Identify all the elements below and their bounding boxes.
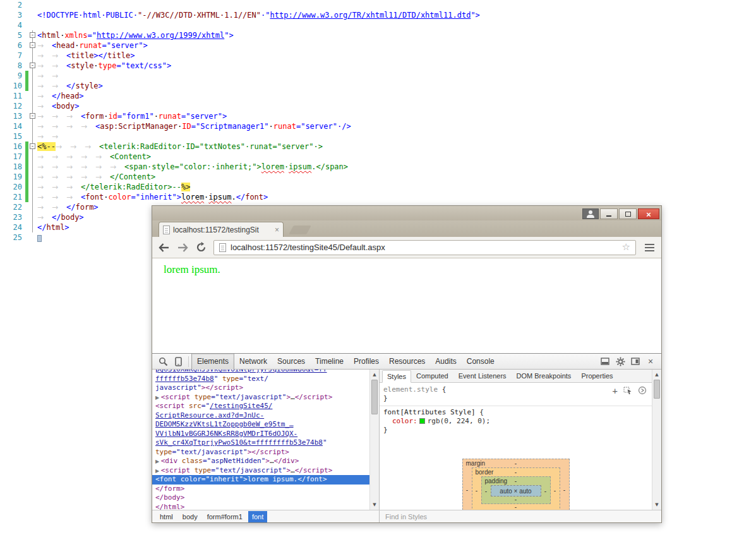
collapse-box-icon[interactable] — [30, 32, 35, 38]
code-line[interactable]: 12<body> — [0, 101, 756, 111]
tree-row[interactable]: ▶ <div class="aspNetHidden">…</div> — [152, 457, 369, 466]
box-model-border[interactable]: border- - padding- - — [472, 467, 560, 510]
tree-row[interactable]: <script src="/testingSite45/ — [152, 402, 369, 411]
style-selector[interactable]: element.style — [383, 385, 438, 394]
tree-row[interactable]: </html> — [152, 503, 369, 510]
code-line[interactable]: 5<html·xmlns="http://www.w3.org/1999/xht… — [0, 30, 756, 40]
browser-tab[interactable]: localhost:11572/testingSit — [159, 222, 284, 237]
tree-row[interactable]: <font color="inherit">lorem ipsum.</font… — [152, 475, 369, 485]
new-tab-button[interactable] — [289, 226, 311, 234]
code-line[interactable]: 7<title></title> — [0, 51, 756, 61]
back-button[interactable] — [158, 243, 170, 253]
minimize-button[interactable] — [600, 208, 618, 219]
style-options-icon[interactable] — [638, 386, 647, 397]
tree-row[interactable]: VVjlbN1vBGGRJ6NKsRR8gVMDrIT6dOJQX- — [152, 430, 369, 439]
sidebar-tab-dom-breakpoints[interactable]: DOM Breakpoints — [512, 370, 577, 382]
code-line[interactable]: 11</head> — [0, 91, 756, 101]
breadcrumb-item-html[interactable]: html — [156, 511, 177, 522]
collapse-box-icon[interactable] — [30, 42, 35, 48]
code-line[interactable]: 4 — [0, 20, 756, 30]
code-line[interactable]: 6<head·runat="server"> — [0, 40, 756, 51]
tab-close-icon[interactable] — [275, 226, 279, 234]
code-line[interactable]: 21<font·color="inherit">lorem·ipsum.</fo… — [0, 192, 756, 202]
box-model-content[interactable]: auto × auto — [491, 485, 541, 497]
code-line[interactable]: 19</Content> — [0, 172, 756, 182]
tree-row[interactable]: sVk_cr4XqTtprjyPwoS10&t=ffffffffb53e74b8… — [152, 438, 369, 448]
sidebar-tab-event-listeners[interactable]: Event Listeners — [453, 370, 512, 382]
code-line[interactable]: 20</telerik:RadEditor>--%> — [0, 182, 756, 192]
devtools-tab-elements[interactable]: Elements — [191, 354, 234, 370]
sidebar-tab-computed[interactable]: Computed — [411, 370, 453, 382]
breadcrumb-item-formform1[interactable]: form#form1 — [203, 511, 246, 522]
scroll-up-icon[interactable] — [652, 370, 661, 379]
collapse-box-icon[interactable] — [30, 143, 35, 149]
reload-button[interactable] — [196, 242, 207, 253]
devtools-tab-timeline[interactable]: Timeline — [310, 354, 349, 370]
tree-row[interactable]: </body> — [152, 493, 369, 503]
css-property-value[interactable]: rgb(0, 224, 0); — [428, 417, 490, 425]
tree-row[interactable]: pQoS10XWKQhJsVkQmVOiNtprjyFJqiOUmW80&t=f… — [152, 370, 369, 375]
menu-button[interactable] — [643, 243, 656, 253]
find-in-styles[interactable]: Find in Styles — [380, 510, 661, 522]
code-line[interactable]: 18<span·style="color:·inherit;">lorem·ip… — [0, 162, 756, 172]
rule-selector-row[interactable]: font[Attributes Style] { — [383, 408, 648, 417]
scrollbar-thumb[interactable] — [371, 380, 378, 414]
code-line[interactable]: 3<!DOCTYPE·html·PUBLIC·"-//W3C//DTD·XHTM… — [0, 10, 756, 20]
css-property-name[interactable]: color: — [392, 417, 417, 425]
code-line[interactable]: 10</style> — [0, 81, 756, 91]
code-line[interactable]: 17<Content> — [0, 152, 756, 162]
rule-selector[interactable]: font[Attributes Style] — [383, 408, 476, 416]
scroll-down-icon[interactable] — [652, 500, 661, 509]
scroll-down-icon[interactable] — [370, 500, 379, 509]
scroll-up-icon[interactable] — [370, 370, 379, 379]
breadcrumb-item-font[interactable]: font — [248, 511, 267, 522]
sidebar-tab-properties[interactable]: Properties — [576, 370, 618, 382]
code-line[interactable]: 15 — [0, 131, 756, 142]
box-model-padding[interactable]: padding- - auto × auto - - — [481, 476, 551, 504]
tree-row[interactable]: </form> — [152, 485, 369, 494]
element-state-icon[interactable] — [623, 387, 632, 397]
device-mode-button[interactable] — [171, 354, 186, 368]
styles-scrollbar[interactable] — [652, 370, 661, 510]
close-button[interactable] — [638, 208, 659, 219]
devtools-tab-sources[interactable]: Sources — [272, 354, 310, 370]
tree-row[interactable]: ffffffb53e74b8" type="text/ — [152, 375, 369, 384]
devtools-close-button[interactable] — [643, 354, 658, 368]
css-property-row[interactable]: color:rgb(0, 224, 0); — [383, 417, 648, 426]
tree-row[interactable]: javascript"></script> — [152, 383, 369, 393]
inspect-element-button[interactable] — [155, 354, 171, 368]
devtools-tab-network[interactable]: Network — [234, 354, 272, 370]
devtools-tab-console[interactable]: Console — [462, 354, 500, 370]
code-line[interactable]: 8<style·type="text/css"> — [0, 61, 756, 71]
profile-button[interactable] — [582, 208, 599, 219]
settings-button[interactable] — [613, 354, 628, 368]
devtools-tab-resources[interactable]: Resources — [384, 354, 430, 370]
box-model-margin[interactable]: margin- - border- - — [462, 459, 570, 510]
devtools-tab-profiles[interactable]: Profiles — [349, 354, 384, 370]
title-bar[interactable] — [152, 206, 661, 220]
console-drawer-button[interactable] — [597, 354, 613, 368]
element-style-rule[interactable]: element.style { — [383, 385, 648, 394]
tree-row[interactable]: ▶ <script type="text/javascript">…</scri… — [152, 466, 369, 476]
collapse-box-icon[interactable] — [30, 113, 35, 119]
omnibox[interactable]: localhost:11572/testingSite45/Default.as… — [213, 240, 636, 255]
collapse-box-icon[interactable] — [30, 63, 35, 68]
sidebar-tab-styles[interactable]: Styles — [382, 370, 411, 383]
maximize-button[interactable] — [619, 208, 637, 219]
code-line[interactable]: 16<%--<telerik:RadEditor·ID="txtNotes"·r… — [0, 142, 756, 152]
tree-row[interactable]: DEDOM5KzzVKtsL1tZoppgb0eW_e95tm_… — [152, 420, 369, 430]
tree-row[interactable]: ScriptResource.axd?d=JnUc- — [152, 411, 369, 421]
elements-scrollbar[interactable] — [369, 370, 379, 510]
forward-button[interactable] — [177, 243, 189, 253]
bookmark-star-icon[interactable] — [622, 243, 630, 252]
new-style-rule-icon[interactable] — [613, 387, 618, 396]
code-line[interactable]: 2 — [0, 0, 756, 10]
breadcrumb-item-body[interactable]: body — [179, 511, 201, 522]
dock-side-button[interactable] — [628, 354, 643, 368]
scrollbar-thumb[interactable] — [654, 380, 660, 399]
code-line[interactable]: 14<asp:ScriptManager·ID="Scriptmanager1"… — [0, 121, 756, 131]
tree-row[interactable]: ▶ <script type="text/javascript">…</scri… — [152, 393, 369, 402]
tree-row[interactable]: type="text/javascript"></script> — [152, 448, 369, 457]
code-line[interactable]: 9 — [0, 71, 756, 81]
devtools-tab-audits[interactable]: Audits — [430, 354, 461, 370]
